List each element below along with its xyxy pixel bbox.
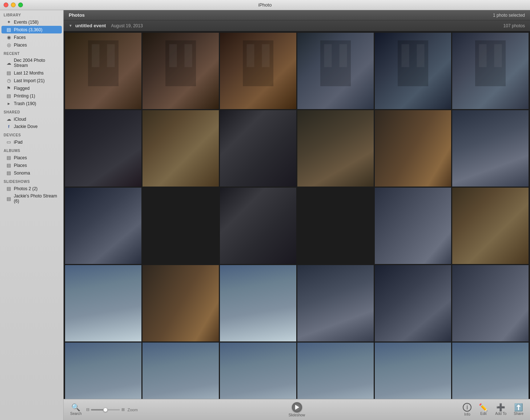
photo-thumb[interactable] xyxy=(142,33,219,109)
photo-thumb[interactable] xyxy=(220,188,296,264)
sidebar-item-photos[interactable]: ▤ Photos (3,360) xyxy=(1,26,62,33)
zoom-control[interactable]: ⊟ ⊞ xyxy=(86,407,125,412)
photo-thumb[interactable] xyxy=(142,343,219,399)
sidebar-label-faces: Faces xyxy=(14,35,59,40)
photo-thumb[interactable] xyxy=(297,33,374,109)
photo-thumb[interactable] xyxy=(220,265,296,341)
sidebar-label-last12months: Last 12 Months xyxy=(14,71,59,76)
sidebar-item-places-album2[interactable]: ▤ Places xyxy=(1,161,62,169)
flag-icon: ⚑ xyxy=(6,85,12,91)
main-layout: LIBRARY ✦ Events (158) ▤ Photos (3,360) … xyxy=(0,10,530,420)
sidebar-item-places[interactable]: ◎ Places xyxy=(1,41,62,49)
edit-label: Edit xyxy=(480,412,486,416)
maximize-button[interactable] xyxy=(18,3,23,7)
photos-icon: ▤ xyxy=(6,27,12,32)
photo-thumb[interactable] xyxy=(65,265,141,341)
photo-thumb[interactable] xyxy=(452,110,529,187)
faces-icon: ◉ xyxy=(6,35,12,40)
addto-button[interactable]: ➕ Add To xyxy=(492,402,509,417)
sidebar-section-devices: DEVICES xyxy=(0,130,63,138)
event-count-1: 107 photos xyxy=(503,23,525,28)
addto-icon: ➕ xyxy=(496,404,505,411)
sidebar-label-sonoma: Sonoma xyxy=(14,171,59,176)
album-icon-2: ▤ xyxy=(6,163,12,168)
photo-thumb[interactable] xyxy=(452,188,529,264)
event-header-left-1: ▼ untitled event August 19, 2013 xyxy=(69,23,143,28)
photo-thumb[interactable] xyxy=(297,110,374,187)
share-button[interactable]: ⬆️ Share xyxy=(511,402,526,417)
sidebar-item-faces[interactable]: ◉ Faces xyxy=(1,33,62,41)
search-button[interactable]: 🔍 Search xyxy=(67,402,85,417)
photo-thumb[interactable] xyxy=(65,188,141,264)
bottom-toolbar: 🔍 Search ⊟ ⊞ Zoom Slideshow xyxy=(64,399,530,420)
event-header-1[interactable]: ▼ untitled event August 19, 2013 107 pho… xyxy=(64,20,530,31)
photo-thumb[interactable] xyxy=(452,33,529,109)
edit-button[interactable]: ✏️ Edit xyxy=(476,402,491,417)
photo-thumb[interactable] xyxy=(65,343,141,399)
photo-thumb[interactable] xyxy=(220,33,296,109)
sidebar-item-dec2004[interactable]: ☁ Dec 2004 Photo Stream xyxy=(1,57,62,69)
event-date-1: August 19, 2013 xyxy=(111,23,142,28)
sidebar-section-slideshows: SLIDESHOWS xyxy=(0,177,63,185)
toolbar-right: i Info ✏️ Edit ➕ Add To ⬆️ Share xyxy=(446,401,526,418)
sidebar-item-sonoma[interactable]: ▤ Sonoma xyxy=(1,169,62,177)
photo-thumb[interactable] xyxy=(297,265,374,341)
sidebar-item-photos2[interactable]: ▤ Photos 2 (2) xyxy=(1,185,62,192)
photo-thumb[interactable] xyxy=(297,343,374,399)
photo-thumb[interactable] xyxy=(452,265,529,341)
photo-thumb[interactable] xyxy=(220,343,296,399)
event-triangle-1[interactable]: ▼ xyxy=(69,24,72,28)
photo-thumb[interactable] xyxy=(375,188,451,264)
sidebar-label-photos: Photos (3,360) xyxy=(14,27,59,32)
sidebar-item-jackies-stream[interactable]: ▤ Jackie's Photo Stream (6) xyxy=(1,192,62,205)
photo-thumb[interactable] xyxy=(142,188,219,264)
photo-thumb[interactable] xyxy=(65,33,141,109)
info-icon: i xyxy=(463,403,471,412)
sidebar-item-places-album1[interactable]: ▤ Places xyxy=(1,154,62,161)
sidebar: LIBRARY ✦ Events (158) ▤ Photos (3,360) … xyxy=(0,10,64,420)
content-area: Photos 1 photo selected ▼ untitled event… xyxy=(64,10,530,420)
photo-thumb[interactable] xyxy=(297,188,374,264)
sidebar-item-printing[interactable]: ▤ Printing (1) xyxy=(1,92,62,100)
sidebar-label-dec2004: Dec 2004 Photo Stream xyxy=(14,58,59,68)
sidebar-item-ipad[interactable]: ▭ iPad xyxy=(1,138,62,146)
photo-thumb[interactable] xyxy=(375,33,451,109)
photo-thumb[interactable] xyxy=(452,343,529,399)
photo-thumb[interactable] xyxy=(375,343,451,399)
photos-container[interactable]: ▼ untitled event August 19, 2013 107 pho… xyxy=(64,20,530,399)
sidebar-label-photos2: Photos 2 (2) xyxy=(14,186,59,191)
photo-thumb[interactable] xyxy=(375,110,451,187)
zoom-thumb xyxy=(103,408,108,412)
sidebar-item-jackiedove[interactable]: f Jackie Dove xyxy=(1,123,62,130)
zoom-slider[interactable] xyxy=(91,409,120,411)
photo-thumb[interactable] xyxy=(375,265,451,341)
sidebar-section-recent: RECENT xyxy=(0,49,63,57)
sidebar-item-flagged[interactable]: ⚑ Flagged xyxy=(1,84,62,92)
sidebar-item-lastimport[interactable]: ◷ Last Import (21) xyxy=(1,77,62,84)
photo-thumb[interactable] xyxy=(65,110,141,187)
slideshow-button[interactable]: Slideshow xyxy=(286,401,308,419)
sidebar-item-events[interactable]: ✦ Events (158) xyxy=(1,18,62,26)
event-section-1: ▼ untitled event August 19, 2013 107 pho… xyxy=(64,20,530,399)
photo-thumb[interactable] xyxy=(142,265,219,341)
close-button[interactable] xyxy=(4,3,8,7)
addto-label: Add To xyxy=(495,412,506,416)
toolbar-left: 🔍 Search ⊟ ⊞ Zoom xyxy=(67,402,147,417)
window-controls[interactable] xyxy=(4,3,23,7)
content-title: Photos xyxy=(69,12,85,18)
print-icon: ▤ xyxy=(6,93,12,99)
sidebar-item-trash[interactable]: ▸ Trash (190) xyxy=(1,100,62,107)
sidebar-section-albums: ALBUMS xyxy=(0,146,63,154)
sidebar-item-icloud[interactable]: ☁ iCloud xyxy=(1,115,62,123)
photo-thumb[interactable] xyxy=(220,110,296,187)
events-icon: ✦ xyxy=(6,19,12,25)
edit-icon: ✏️ xyxy=(479,404,488,411)
sidebar-label-icloud: iCloud xyxy=(14,117,59,122)
slideshow-icon-1: ▤ xyxy=(6,186,12,191)
sidebar-label-ipad: iPad xyxy=(14,140,59,145)
info-button[interactable]: i Info xyxy=(460,401,474,418)
share-label: Share xyxy=(514,412,523,416)
minimize-button[interactable] xyxy=(11,3,16,7)
sidebar-item-last12months[interactable]: ▤ Last 12 Months xyxy=(1,69,62,77)
photo-thumb[interactable] xyxy=(142,110,219,187)
